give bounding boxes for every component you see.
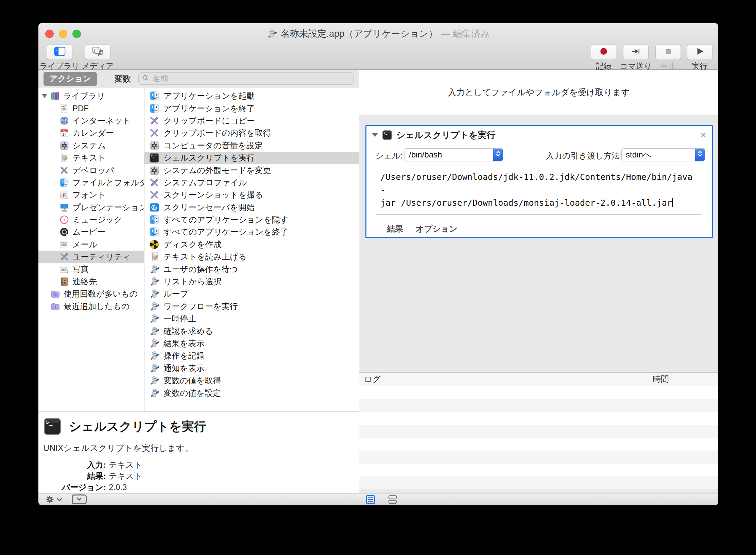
action-list-item[interactable]: >_シェルスクリプトを実行 — [144, 152, 359, 164]
description-field-row: 結果:テキスト — [43, 470, 354, 482]
record-icon — [598, 46, 609, 58]
pass-input-popup-value: stdinへ — [622, 149, 695, 160]
action-list-item[interactable]: ディスクを作成 — [144, 238, 359, 251]
sidebar-item-label: ファイルとフォルダ — [72, 177, 144, 188]
sidebar-item[interactable]: bプレゼンテーション — [38, 201, 144, 214]
action-list-item[interactable]: テキストを読み上げる — [144, 251, 359, 263]
variables-view-toggle[interactable] — [388, 494, 398, 505]
record-button[interactable] — [591, 44, 616, 60]
action-list-item[interactable]: スクリーンショットを撮る — [144, 189, 359, 201]
sidebar-item[interactable]: 連絡先 — [38, 275, 144, 288]
sidebar-item[interactable]: ムービー — [38, 226, 144, 238]
action-list-item[interactable]: 結果を表示 — [144, 337, 359, 350]
results-button[interactable]: 結果 — [387, 223, 403, 234]
sidebar-item[interactable]: 写真 — [38, 263, 144, 275]
action-item-label: ディスクを作成 — [164, 239, 222, 250]
system-icon — [59, 141, 69, 150]
action-list-item[interactable]: リストから選択 — [144, 275, 359, 288]
action-list-item[interactable]: すべてのアプリケーションを終了 — [144, 226, 359, 238]
action-list-item[interactable]: コンピュータの音量を設定 — [144, 139, 359, 152]
action-list-item[interactable]: システムの外観モードを変更 — [144, 164, 359, 176]
tab-variables[interactable]: 変数 — [115, 73, 131, 84]
sidebar-item[interactable]: Fフォント — [38, 189, 144, 201]
filter-bar: アクション 変数 — [38, 70, 359, 88]
stop-label: 中止 — [660, 61, 676, 71]
svg-text:17: 17 — [62, 133, 66, 137]
sidebar-item[interactable]: ♪ミュージック — [38, 214, 144, 226]
minimize-button[interactable] — [59, 30, 67, 38]
sidebar-item[interactable]: JUL17カレンダー — [38, 127, 144, 139]
action-list-item[interactable]: 操作を記録 — [144, 350, 359, 362]
action-list-item[interactable]: 一時停止 — [144, 313, 359, 325]
close-action-icon[interactable]: × — [700, 130, 706, 140]
action-list-item[interactable]: クリップボードにコピー — [144, 115, 359, 127]
description-field-row: バージョン:2.0.3 — [43, 482, 354, 493]
sidebar-item[interactable]: ファイルとフォルダ — [38, 176, 144, 189]
action-list-item[interactable]: 変数の値を取得 — [144, 374, 359, 387]
disclosure-triangle-icon[interactable] — [42, 94, 47, 98]
shell-popup[interactable]: /bin/bash — [405, 148, 503, 161]
description-panel-toggle[interactable] — [72, 494, 87, 504]
action-list-item[interactable]: 確認を求める — [144, 325, 359, 337]
action-list-item[interactable]: クリップボードの内容を取得 — [144, 127, 359, 139]
sidebar-item[interactable]: メール — [38, 238, 144, 251]
log-view-toggle[interactable] — [365, 494, 376, 505]
library-icon — [50, 91, 60, 101]
sidebar-item[interactable]: ユーティリティ — [38, 251, 144, 263]
action-list-item[interactable]: すべてのアプリケーションを隠す — [144, 214, 359, 226]
toolbar-library: ライブラリ — [47, 44, 72, 71]
sidebar-item[interactable]: インターネット — [38, 115, 144, 127]
action-list-item[interactable]: スクリーンセーバを開始 — [144, 201, 359, 214]
action-list-item[interactable]: ユーザの操作を待つ — [144, 263, 359, 275]
disclosure-triangle-icon[interactable] — [372, 133, 378, 137]
close-button[interactable] — [45, 30, 54, 38]
action-list-item[interactable]: ループ — [144, 288, 359, 300]
library-category-list: ライブラリPDFインターネットJUL17カレンダーシステムテキストデベロッパファ… — [38, 88, 144, 411]
log-row — [359, 412, 718, 425]
photos-icon — [59, 265, 69, 274]
bottom-bar — [38, 493, 718, 505]
description-field-label: 入力: — [43, 459, 106, 470]
shell-script-text-area[interactable]: /Users/oruser/Downloads/jdk-11.0.2.jdk/C… — [376, 168, 702, 215]
library-toggle-button[interactable] — [47, 44, 72, 60]
action-list-item[interactable]: アプリケーションを起動 — [144, 90, 359, 102]
sidebar-item[interactable]: テキスト — [38, 152, 144, 164]
chevron-down-icon — [76, 497, 82, 503]
sidebar-item[interactable]: PDF — [38, 102, 144, 114]
utilities-icon — [149, 178, 159, 188]
sidebar-item-label: ユーティリティ — [72, 251, 131, 262]
action-block-header[interactable]: >_ シェルスクリプトを実行 × — [366, 126, 712, 144]
workflow-settings-menu[interactable] — [45, 495, 62, 505]
pass-input-popup[interactable]: stdinへ — [621, 148, 705, 161]
sidebar-item[interactable]: 最近追加したもの — [38, 300, 144, 313]
action-list-item[interactable]: アプリケーションを終了 — [144, 102, 359, 114]
text-icon — [149, 252, 159, 262]
action-item-label: すべてのアプリケーションを終了 — [164, 226, 288, 237]
run-button[interactable] — [687, 44, 712, 60]
action-item-label: システムの外観モードを変更 — [164, 165, 271, 176]
search-input[interactable] — [152, 73, 350, 84]
zoom-button[interactable] — [72, 30, 81, 38]
step-button[interactable] — [623, 44, 649, 60]
options-button[interactable]: オプション — [416, 223, 458, 234]
sidebar-item[interactable]: ライブラリ — [38, 90, 144, 102]
utilities-icon — [59, 252, 69, 262]
action-list-item[interactable]: 変数の値を設定 — [144, 387, 359, 399]
tab-actions[interactable]: アクション — [44, 72, 97, 86]
text-icon — [59, 153, 69, 163]
pass-input-label: 入力の引き渡し方法: — [546, 150, 622, 161]
titlebar[interactable]: 名称未設定.app（アプリケーション） — 編集済み — [38, 23, 718, 44]
action-block-footer: 結果 オプション — [371, 220, 707, 237]
action-list-item[interactable]: ワークフローを実行 — [144, 300, 359, 313]
sidebar-item[interactable]: デベロッパ — [38, 164, 144, 176]
contacts-icon — [59, 277, 69, 286]
time-column-header: 時間 — [647, 374, 669, 385]
action-item-label: コンピュータの音量を設定 — [164, 140, 263, 151]
sidebar-item[interactable]: 使用回数が多いもの — [38, 288, 144, 300]
sidebar-item[interactable]: システム — [38, 139, 144, 152]
action-list-item[interactable]: システムプロファイル — [144, 176, 359, 189]
action-list-item[interactable]: 通知を表示 — [144, 362, 359, 374]
search-field[interactable] — [138, 72, 354, 85]
stop-button[interactable] — [655, 44, 681, 60]
media-button[interactable] — [85, 44, 110, 60]
